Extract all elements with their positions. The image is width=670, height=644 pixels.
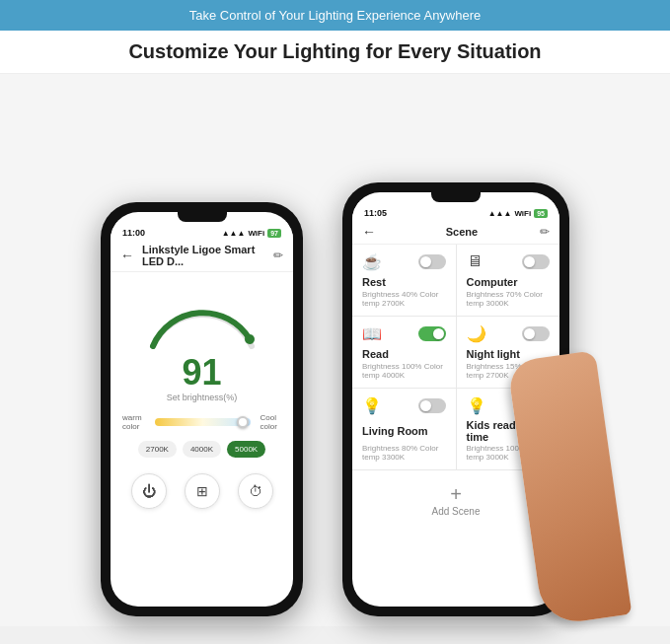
color-temp-row: warm color Cool color <box>111 407 293 437</box>
brightness-dial[interactable] <box>143 282 261 351</box>
phone2-status-icons: ▲▲▲ WiFi 95 <box>488 209 548 218</box>
scene-toggle-thumb-2 <box>433 328 444 339</box>
phone1-time: 11:00 <box>122 228 145 238</box>
scene-detail-5: Brightness 100% Color temp 3000K <box>467 444 551 462</box>
scene-toggle-thumb-3 <box>524 328 535 339</box>
phone2-wifi-icon: WiFi <box>514 209 531 218</box>
scene-name-3: Night light <box>467 348 551 360</box>
phone2-wrapper: 11:05 ▲▲▲ WiFi 95 ← Scene ✏ ☕RestBrightn… <box>342 182 569 616</box>
add-plus-icon: + <box>450 484 462 504</box>
phone2-screen: 11:05 ▲▲▲ WiFi 95 ← Scene ✏ ☕RestBrightn… <box>352 192 559 607</box>
brightness-section: 91 Set brightness(%) <box>111 272 293 407</box>
scene-toggle-4[interactable] <box>418 398 446 413</box>
phone1-screen: 11:00 ▲▲▲ WiFi 97 ← Linkstyle Ligoe Smar… <box>111 212 293 607</box>
cool-label: Cool color <box>261 413 282 431</box>
scene-toggle-3[interactable] <box>522 326 550 341</box>
scene-name-0: Rest <box>362 276 446 288</box>
phone1-wifi-icon: WiFi <box>248 229 264 238</box>
phone2-signal-icon: ▲▲▲ <box>488 209 512 218</box>
add-scene-label: Add Scene <box>432 506 481 517</box>
phone1-back-arrow[interactable]: ← <box>120 248 134 263</box>
scene-cell-5[interactable]: 💡Kids reading timeBrightness 100% Color … <box>457 389 560 469</box>
phone2-status-bar: 11:05 ▲▲▲ WiFi 95 <box>352 202 559 220</box>
phone2-battery: 95 <box>534 209 548 218</box>
scene-icon-5: 💡 <box>467 396 486 415</box>
phones-area: 11:00 ▲▲▲ WiFi 97 ← Linkstyle Ligoe Smar… <box>0 74 670 626</box>
phone2-nav: ← Scene ✏ <box>352 220 559 245</box>
scene-cell-1[interactable]: 🖥ComputerBrightness 70% Color temp 3000K <box>457 245 560 316</box>
timer-button[interactable]: ⏱ <box>238 473 273 509</box>
add-scene-cell[interactable]: + Add Scene <box>352 470 559 530</box>
scene-icon-1: 🖥 <box>467 252 483 270</box>
phone2: 11:05 ▲▲▲ WiFi 95 ← Scene ✏ ☕RestBrightn… <box>342 182 569 616</box>
phone1-nav: ← Linkstyle Ligoe Smart LED D... ✏ <box>111 240 293 272</box>
phone1-signal-icon: ▲▲▲ <box>222 229 246 238</box>
phone1: 11:00 ▲▲▲ WiFi 97 ← Linkstyle Ligoe Smar… <box>101 202 303 616</box>
scene-cell-top-4: 💡 <box>362 396 446 415</box>
scene-icon-4: 💡 <box>362 396 382 415</box>
phone2-time: 11:05 <box>364 208 387 218</box>
scene-cell-top-2: 📖 <box>362 324 446 343</box>
scene-cell-0[interactable]: ☕RestBrightness 40% Color temp 2700K <box>352 245 456 316</box>
scene-detail-1: Brightness 70% Color temp 3000K <box>467 290 551 308</box>
main-headline: Customize Your Lighting for Every Situat… <box>0 31 670 74</box>
scene-name-2: Read <box>362 348 446 360</box>
scene-toggle-2[interactable] <box>418 326 446 341</box>
phone1-battery: 97 <box>267 229 281 238</box>
temp-slider[interactable] <box>155 418 250 426</box>
phone1-edit-icon[interactable]: ✏ <box>273 249 283 262</box>
scene-toggle-thumb-0 <box>420 256 431 267</box>
scene-toggle-1[interactable] <box>522 254 550 269</box>
scene-cell-2[interactable]: 📖ReadBrightness 100% Color temp 4000K <box>352 317 456 388</box>
scene-detail-4: Brightness 80% Color temp 3300K <box>362 444 446 462</box>
warm-label: warm color <box>122 413 145 431</box>
scene-toggle-thumb-1 <box>524 256 535 267</box>
scene-icon-2: 📖 <box>362 324 382 343</box>
scene-icon-0: ☕ <box>362 252 382 271</box>
temp-slider-thumb <box>237 416 249 428</box>
grid-button[interactable]: ⊞ <box>185 473 220 509</box>
phone1-nav-title: Linkstyle Ligoe Smart LED D... <box>142 244 273 267</box>
scene-name-5: Kids reading time <box>467 419 551 443</box>
scene-name-4: Living Room <box>362 425 446 437</box>
phone2-nav-title: Scene <box>384 226 540 238</box>
top-banner: Take Control of Your Lighting Experience… <box>0 0 670 31</box>
scene-toggle-0[interactable] <box>418 254 446 269</box>
scene-cell-top-5: 💡 <box>467 396 551 415</box>
phone2-edit-icon[interactable]: ✏ <box>540 225 550 239</box>
phone1-wrapper: 11:00 ▲▲▲ WiFi 97 ← Linkstyle Ligoe Smar… <box>101 202 303 616</box>
phone1-status-icons: ▲▲▲ WiFi 97 <box>222 229 281 238</box>
brightness-value: 91 <box>182 355 221 391</box>
scene-detail-3: Brightness 15% Color temp 2700K <box>467 362 551 380</box>
brightness-label: Set brightness(%) <box>167 393 238 402</box>
phone1-notch <box>178 212 227 222</box>
power-button[interactable]: ⏻ <box>131 473 167 509</box>
temp-btn-4000[interactable]: 4000K <box>183 441 221 458</box>
scene-toggle-5[interactable] <box>522 398 550 413</box>
temp-buttons: 2700K 4000K 5000K <box>111 437 293 462</box>
scene-cell-4[interactable]: 💡Living RoomBrightness 80% Color temp 33… <box>352 389 456 469</box>
phone2-notch <box>431 192 481 202</box>
phone2-back-arrow[interactable]: ← <box>362 224 376 240</box>
scene-cell-top-1: 🖥 <box>467 252 551 270</box>
scene-grid: ☕RestBrightness 40% Color temp 2700K🖥Com… <box>352 245 559 530</box>
scene-detail-2: Brightness 100% Color temp 4000K <box>362 362 446 380</box>
scene-cell-top-3: 🌙 <box>467 324 551 343</box>
phone1-status-bar: 11:00 ▲▲▲ WiFi 97 <box>111 222 293 240</box>
temp-btn-2700[interactable]: 2700K <box>138 441 177 458</box>
scene-icon-3: 🌙 <box>467 324 486 343</box>
scene-cell-3[interactable]: 🌙Night lightBrightness 15% Color temp 27… <box>457 317 560 388</box>
svg-point-0 <box>245 334 255 344</box>
scene-detail-0: Brightness 40% Color temp 2700K <box>362 290 446 308</box>
scene-toggle-thumb-4 <box>420 400 431 411</box>
scene-cell-top-0: ☕ <box>362 252 446 271</box>
scene-name-1: Computer <box>467 276 551 288</box>
temp-btn-5000[interactable]: 5000K <box>227 441 265 458</box>
bottom-controls: ⏻ ⊞ ⏱ <box>111 465 293 517</box>
scene-toggle-thumb-5 <box>524 400 535 411</box>
